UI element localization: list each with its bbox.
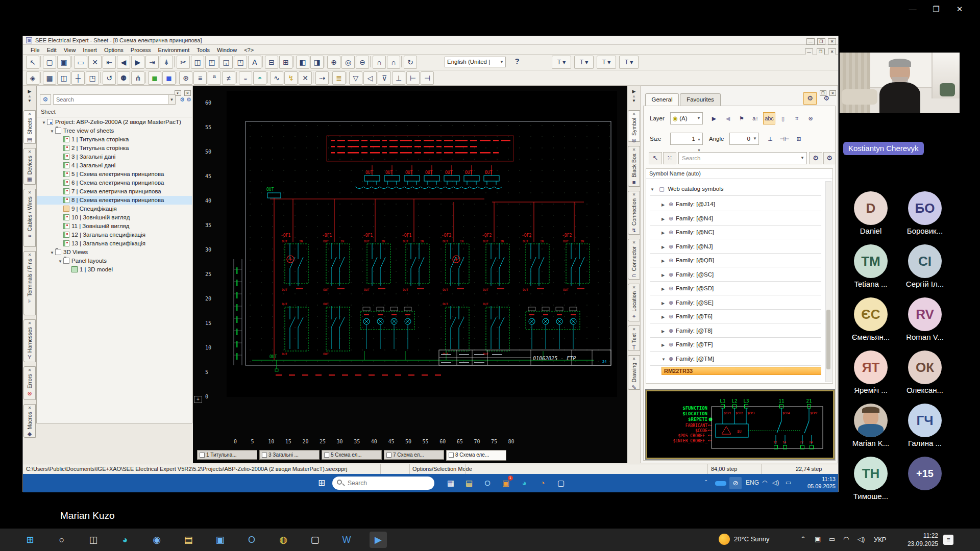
presenter-video-tile[interactable]: Kostiantyn Cherevyk (840, 43, 960, 159)
tree-item-1[interactable]: ▼Tree view of sheets (37, 127, 192, 135)
outer-lang-indicator[interactable]: УКР (874, 536, 887, 543)
play-gray-icon[interactable]: ◀ (722, 112, 734, 124)
tab-close-icon[interactable]: ✕ (24, 321, 35, 325)
component-icon[interactable]: ▯ (777, 112, 789, 124)
tab-close-icon[interactable]: ✕ (24, 253, 35, 257)
see-electrical-icon[interactable]: ▢ (306, 532, 324, 548)
tray-chevron-icon[interactable]: ⌃ (800, 535, 806, 543)
copy-sheet-icon[interactable]: ◧ (296, 56, 309, 69)
tree-item-9[interactable]: 8 | Схема електрична принципова (37, 196, 192, 205)
flag-icon[interactable]: ⚑ (736, 112, 748, 124)
expander-icon[interactable]: ▼ (50, 248, 55, 257)
symbol-row-selected[interactable]: RM22TR33 (662, 367, 821, 375)
tray-camera-icon[interactable]: ▣ (815, 535, 821, 543)
tab-close-icon[interactable]: ✕ (628, 192, 640, 197)
axes-icon[interactable]: ┼ (71, 71, 85, 85)
inner-battery-icon[interactable]: ▭ (786, 479, 791, 486)
inner-search-box[interactable]: Search (332, 477, 434, 490)
tree-item-0[interactable]: ▼Project: ABP-Zelio-2000A (2 вводи Maste… (37, 118, 192, 127)
save-icon[interactable]: ▣ (57, 56, 70, 69)
expand-icon[interactable]: ▶ (662, 269, 669, 282)
corner-icon[interactable]: ◳ (86, 71, 99, 85)
ruler-origin-button[interactable]: + (194, 396, 202, 403)
sheet-view-icon[interactable]: ◫ (57, 71, 70, 85)
maximize-button[interactable]: ❐ (924, 2, 948, 16)
rstrip-down-icon[interactable]: ▼ (627, 98, 641, 103)
file-explorer-icon[interactable]: ▤ (180, 532, 197, 548)
tree-item-3[interactable]: 2 | Титульна сторінка (37, 144, 192, 153)
flag-6-icon[interactable]: ⊣ (421, 71, 434, 85)
refresh-icon[interactable]: ↻ (404, 56, 417, 69)
sheet-tab-3[interactable]: 3 Загальні ... (259, 450, 320, 460)
info-icon[interactable]: ⊛ (179, 71, 192, 85)
family-row[interactable]: ▶⊗Family: [@SE] (650, 296, 821, 310)
tree-item-5[interactable]: 4 | Загальні дані (37, 161, 192, 170)
layer-select[interactable]: ◉ (A) ▼ (670, 112, 703, 124)
word-icon[interactable]: W (338, 532, 355, 548)
play-black-icon[interactable]: ▶ (708, 112, 720, 124)
symbol-list-scrollbar[interactable] (825, 181, 831, 382)
tray-wifi-icon[interactable]: ◠ (843, 535, 849, 543)
text-tool-3-icon[interactable]: T ▾ (597, 56, 616, 69)
filter-gear-1-icon[interactable]: ⚙ (180, 94, 185, 105)
symbol-blue-icon[interactable]: ◼ (162, 71, 176, 85)
expand-icon[interactable]: ▼ (662, 353, 669, 366)
pin-board-icon[interactable]: ⊥ (764, 133, 776, 145)
app-titlebar[interactable]: ⊞ SEE Electrical Expert - Sheet - [8 Схе… (23, 36, 838, 45)
tree-item-13[interactable]: 12 | Загальна специфікація (37, 231, 192, 239)
select-pointer-icon[interactable]: ↖ (26, 56, 39, 69)
tree-item-10[interactable]: 9 | Специфікація (37, 205, 192, 213)
tree-column-header[interactable]: Sheet (37, 109, 192, 117)
unlock-icon[interactable]: ∩ (387, 56, 400, 69)
store-icon[interactable]: ▣ (211, 532, 229, 548)
drawing-canvas-area[interactable]: 605550454035302520151050 051015202530354… (193, 86, 627, 463)
tab-connector[interactable]: ✕Connector⊂ (628, 239, 640, 280)
strip-down-icon[interactable]: ▼ (23, 98, 36, 103)
tab-close-icon[interactable]: ✕ (24, 406, 35, 410)
text-tool-1-icon[interactable]: T ▾ (552, 56, 571, 69)
inner-clock[interactable]: 11:1305.09.2025 (800, 475, 836, 490)
flag-5-icon[interactable]: ⊢ (406, 71, 420, 85)
app-minimize-button[interactable]: — (806, 38, 815, 45)
symbol-list-header[interactable]: Symbol Name (auto) (646, 169, 832, 179)
participant-avatar[interactable]: ЯТ (854, 350, 888, 384)
plug-pair-icon[interactable]: ⊞ (793, 133, 805, 145)
curve-icon[interactable]: ∿ (270, 71, 283, 85)
rstrip-up-icon[interactable]: ▲ (627, 94, 641, 98)
tree-item-6[interactable]: 5 | Схема електрична принципова (37, 170, 192, 179)
tree-item-16[interactable]: ▼Panel layouts (37, 257, 192, 265)
find-text-icon[interactable]: A (248, 56, 261, 69)
macro-branch-icon[interactable]: ⋔ (131, 71, 144, 85)
family-row[interactable]: ▶⊗Family: [@NC] (650, 226, 821, 239)
tree-root-row[interactable]: ▼ ▢ Web catalog symbols (650, 182, 821, 196)
zoom-window-icon[interactable]: ◎ (341, 56, 355, 69)
cross-wire-icon[interactable]: ✕ (299, 71, 312, 85)
tray-volume-icon[interactable]: ◁) (857, 535, 865, 543)
text-tool-2-icon[interactable]: T ▾ (574, 56, 594, 69)
participant-avatar[interactable]: TM (854, 244, 888, 278)
cut-icon[interactable]: ✂ (177, 56, 190, 69)
last-sheet-icon[interactable]: ⇥ (145, 56, 159, 69)
tab-text[interactable]: ✕TextT (628, 325, 640, 351)
expand-icon[interactable]: ▶ (662, 339, 669, 352)
gear-filter-icon[interactable]: ⚙ (823, 152, 836, 164)
expand-icon[interactable]: ▶ (662, 255, 669, 268)
expand-icon[interactable]: ▶ (662, 198, 669, 212)
filter-gear-2-icon[interactable]: ⚙ (186, 94, 192, 105)
explorer-icon[interactable]: ▤ (463, 478, 475, 489)
tree-item-8[interactable]: 7 | Схема елетрична принципова (37, 187, 192, 196)
chrome-icon[interactable]: ◍ (275, 532, 292, 548)
menu-process[interactable]: Process (127, 45, 155, 55)
participant-avatar[interactable]: ГЧ (908, 404, 942, 437)
open-icon[interactable]: ▢ (43, 56, 56, 69)
start-icon[interactable]: ⊞ (21, 532, 39, 548)
expander-icon[interactable]: ▼ (58, 257, 63, 266)
symbol-search-combo[interactable]: Search ▼ (678, 152, 807, 164)
tab-sheets[interactable]: ✕Sheets▤ (23, 110, 36, 144)
inner-mic-muted-icon[interactable]: ⊘ (729, 477, 742, 489)
tree-item-7[interactable]: 6 | Схема електрична принципова (37, 179, 192, 187)
help-button[interactable]: ? (512, 57, 522, 67)
family-row[interactable]: ▶⊗Family: [@TF] (650, 338, 821, 352)
sheet-tab-1[interactable]: 1 Титульна... (197, 450, 257, 460)
expander-icon[interactable]: ▼ (42, 118, 47, 127)
